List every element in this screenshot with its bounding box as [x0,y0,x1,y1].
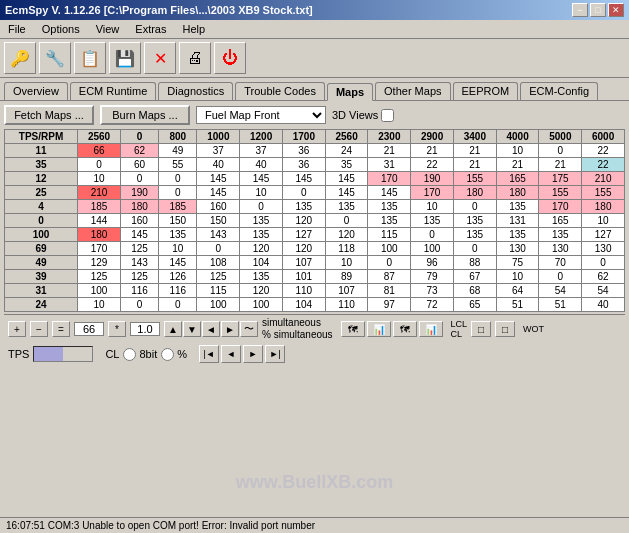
map-cell[interactable]: 21 [411,144,454,158]
map-cell[interactable]: 101 [282,270,325,284]
map-cell[interactable]: 75 [496,256,539,270]
map-cell[interactable]: 129 [78,256,121,270]
map-cell[interactable]: 21 [368,144,411,158]
map-cell[interactable]: 51 [539,298,582,312]
map-cell[interactable]: 145 [282,172,325,186]
map-cell[interactable]: 125 [120,242,158,256]
map-cell[interactable]: 160 [197,200,240,214]
map-cell[interactable]: 54 [582,284,625,298]
map-cell[interactable]: 24 [325,144,368,158]
map-cell[interactable]: 116 [120,284,158,298]
map-cell[interactable]: 0 [453,200,496,214]
map-cell[interactable]: 64 [496,284,539,298]
map-cell[interactable]: 135 [240,270,283,284]
map-cell[interactable]: 144 [78,214,121,228]
map-cell[interactable]: 10 [78,298,121,312]
map-cell[interactable]: 0 [120,298,158,312]
map-cell[interactable]: 130 [582,242,625,256]
minimize-button[interactable]: − [572,3,588,17]
tab-maps[interactable]: Maps [327,83,373,101]
map-cell[interactable]: 10 [325,256,368,270]
fetch-maps-button[interactable]: Fetch Maps ... [4,105,94,125]
map-cell[interactable]: 81 [368,284,411,298]
map-cell[interactable]: 110 [282,284,325,298]
map-cell[interactable]: 126 [159,270,197,284]
map-cell[interactable]: 185 [159,200,197,214]
map-cell[interactable]: 21 [453,144,496,158]
map-cell[interactable]: 35 [325,158,368,172]
map-cell[interactable]: 55 [159,158,197,172]
map-cell[interactable]: 10 [411,200,454,214]
close-button[interactable]: ✕ [608,3,624,17]
nav-btn-2[interactable]: ◄ [221,345,241,363]
scroll-left-btn[interactable]: ◄ [202,321,220,337]
three-d-views-checkbox[interactable] [381,109,394,122]
map-cell[interactable]: 10 [159,242,197,256]
tab-ecm-config[interactable]: ECM-Config [520,82,598,100]
map-cell[interactable]: 165 [496,172,539,186]
map-cell[interactable]: 40 [197,158,240,172]
map-cell[interactable]: 0 [539,144,582,158]
map-cell[interactable]: 145 [368,186,411,200]
map-cell[interactable]: 155 [539,186,582,200]
map-icon-1[interactable]: 🗺 [341,321,365,337]
map-cell[interactable]: 37 [197,144,240,158]
map-cell[interactable]: 145 [197,186,240,200]
map-cell[interactable]: 104 [282,298,325,312]
map-icon-4[interactable]: 📊 [419,321,443,337]
map-cell[interactable]: 100 [368,242,411,256]
map-cell[interactable]: 97 [368,298,411,312]
map-cell[interactable]: 100 [240,298,283,312]
map-cell[interactable]: 120 [240,242,283,256]
map-cell[interactable]: 31 [368,158,411,172]
menu-options[interactable]: Options [38,22,84,36]
map-cell[interactable]: 180 [496,186,539,200]
map-cell[interactable]: 40 [240,158,283,172]
map-cell[interactable]: 115 [368,228,411,242]
map-cell[interactable]: 108 [197,256,240,270]
scroll-up-btn[interactable]: ▲ [164,321,182,337]
map-cell[interactable]: 118 [325,242,368,256]
map-cell[interactable]: 107 [325,284,368,298]
map-cell[interactable]: 170 [411,186,454,200]
map-cell[interactable]: 180 [78,228,121,242]
map-cell[interactable]: 22 [582,158,625,172]
map-cell[interactable]: 0 [197,242,240,256]
map-cell[interactable]: 135 [411,214,454,228]
map-cell[interactable]: 170 [539,200,582,214]
map-cell[interactable]: 0 [282,186,325,200]
map-cell[interactable]: 107 [282,256,325,270]
map-cell[interactable]: 170 [368,172,411,186]
scroll-down-btn[interactable]: ▼ [183,321,201,337]
map-cell[interactable]: 62 [582,270,625,284]
map-cell[interactable]: 62 [120,144,158,158]
map-cell[interactable]: 0 [78,158,121,172]
map-cell[interactable]: 127 [582,228,625,242]
three-d-views-label[interactable]: 3D Views [332,109,394,122]
map-cell[interactable]: 0 [539,270,582,284]
map-cell[interactable]: 0 [120,172,158,186]
map-cell[interactable]: 66 [78,144,121,158]
map-cell[interactable]: 10 [240,186,283,200]
plus-button[interactable]: + [8,321,26,337]
map-cell[interactable]: 150 [197,214,240,228]
scroll-right-btn[interactable]: ► [221,321,239,337]
tab-other-maps[interactable]: Other Maps [375,82,450,100]
map-cell[interactable]: 21 [453,158,496,172]
toolbar-btn-4[interactable]: 💾 [109,42,141,74]
map-cell[interactable]: 210 [582,172,625,186]
toolbar-btn-6[interactable]: 🖨 [179,42,211,74]
map-cell[interactable]: 160 [120,214,158,228]
map-cell[interactable]: 104 [240,256,283,270]
map-cell[interactable]: 135 [453,214,496,228]
tab-overview[interactable]: Overview [4,82,68,100]
map-cell[interactable]: 127 [282,228,325,242]
map-cell[interactable]: 145 [120,228,158,242]
map-cell[interactable]: 120 [240,284,283,298]
map-cell[interactable]: 96 [411,256,454,270]
map-cell[interactable]: 0 [368,256,411,270]
map-cell[interactable]: 0 [453,242,496,256]
map-cell[interactable]: 120 [282,214,325,228]
map-cell[interactable]: 175 [539,172,582,186]
map-cell[interactable]: 37 [240,144,283,158]
